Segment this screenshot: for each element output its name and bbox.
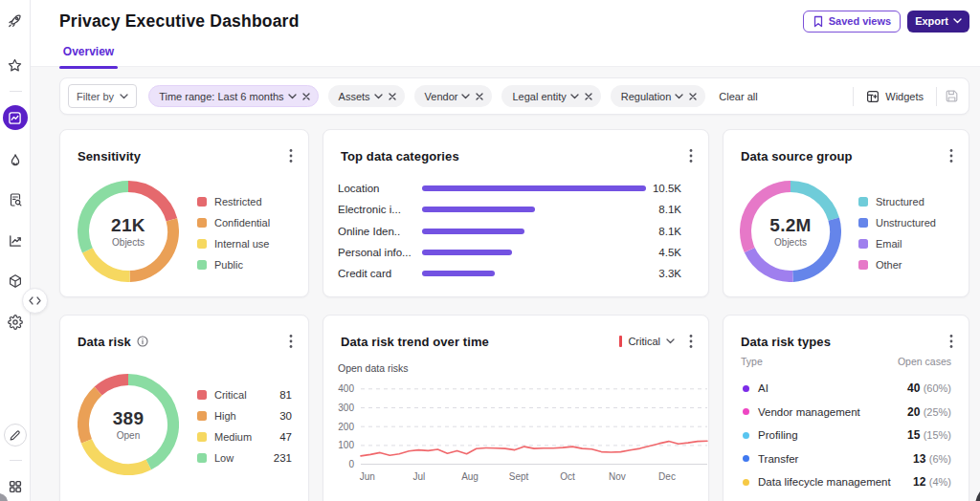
rocket-icon bbox=[7, 13, 23, 30]
legend-item-critical: Critical81 bbox=[197, 384, 247, 405]
chip-close-icon[interactable] bbox=[389, 93, 396, 100]
legend-swatch bbox=[197, 197, 207, 207]
risk-type-value: 15 (15%) bbox=[907, 428, 951, 442]
chevron-down-icon[interactable] bbox=[288, 94, 297, 99]
save-view-button[interactable] bbox=[945, 89, 959, 103]
table-row-vendor-management[interactable]: Vendor management20 (25%) bbox=[741, 402, 951, 423]
sidebar-item-activity-monitoring[interactable] bbox=[3, 148, 28, 173]
filter-chip-label: Time range: Last 6 months bbox=[159, 91, 283, 102]
legend-swatch bbox=[197, 453, 207, 463]
bar[interactable] bbox=[422, 207, 535, 212]
card-menu-button[interactable] bbox=[947, 146, 955, 165]
widgets-label: Widgets bbox=[885, 91, 924, 102]
card-menu-button[interactable] bbox=[947, 332, 955, 351]
legend-label: Email bbox=[876, 238, 902, 250]
risk-type-dot bbox=[743, 479, 749, 486]
card-title: Data risk bbox=[78, 335, 131, 349]
legend-item-restricted: Restricted bbox=[197, 191, 262, 212]
widgets-icon bbox=[866, 90, 880, 103]
chevron-down-icon[interactable] bbox=[461, 94, 470, 99]
bar-track bbox=[422, 207, 646, 212]
tab-overview[interactable]: Overview bbox=[59, 43, 118, 67]
legend-label: Internal use bbox=[214, 238, 269, 250]
bar-value: 10.5K bbox=[653, 183, 681, 194]
bar[interactable] bbox=[422, 229, 524, 234]
card-menu-button[interactable] bbox=[687, 332, 695, 351]
card-data-risk-trend: Data risk trend over time Critical Open … bbox=[323, 315, 709, 501]
data-source-group-donut-chart: 5.2M Objects bbox=[740, 181, 841, 282]
filter-chip-assets[interactable]: Assets bbox=[328, 85, 405, 107]
bar-track bbox=[422, 271, 646, 276]
donut-center-label: Objects bbox=[112, 237, 145, 248]
chevron-down-icon[interactable] bbox=[675, 94, 683, 99]
clear-all-button[interactable]: Clear all bbox=[719, 91, 757, 102]
filter-chip-regulation[interactable]: Regulation bbox=[611, 85, 706, 107]
x-tick-label-nov: Nov bbox=[609, 471, 626, 482]
saved-views-button[interactable]: Saved views bbox=[803, 11, 901, 33]
sidebar-item-favorites[interactable] bbox=[3, 53, 28, 77]
risk-type-value: 12 (4%) bbox=[913, 475, 951, 489]
sidebar-item-reports[interactable] bbox=[3, 229, 28, 253]
chip-close-icon[interactable] bbox=[585, 93, 592, 100]
risk-type-label: Data lifecycle management bbox=[758, 476, 891, 488]
legend-label: Medium bbox=[214, 431, 252, 443]
y-tick-label: 200 bbox=[338, 422, 354, 432]
column-open-cases: Open cases bbox=[898, 356, 951, 367]
bar-track bbox=[422, 229, 646, 234]
sidebar-item-edit[interactable] bbox=[4, 424, 27, 447]
risk-type-dot bbox=[743, 455, 749, 462]
chip-close-icon[interactable] bbox=[302, 93, 310, 100]
legend-label: Public bbox=[214, 259, 243, 271]
bar[interactable] bbox=[422, 271, 495, 276]
sidebar-item-data-explorer[interactable] bbox=[3, 187, 28, 212]
chip-close-icon[interactable] bbox=[689, 93, 697, 100]
x-tick-label-aug: Aug bbox=[461, 471, 479, 482]
table-row-profiling[interactable]: Profiling15 (15%) bbox=[741, 425, 951, 446]
card-menu-button[interactable] bbox=[287, 332, 295, 351]
chip-close-icon[interactable] bbox=[476, 93, 483, 100]
sidebar-item-getting-started[interactable] bbox=[3, 9, 28, 33]
info-icon[interactable] bbox=[137, 336, 148, 347]
table-row-ai[interactable]: AI40 (60%) bbox=[741, 378, 951, 399]
legend-item-email: Email bbox=[858, 233, 902, 254]
donut-center-value: 5.2M bbox=[769, 215, 811, 236]
donut-center-value: 389 bbox=[113, 408, 145, 429]
table-row-transfer[interactable]: Transfer13 (6%) bbox=[741, 448, 951, 469]
sidebar-item-dashboard[interactable] bbox=[3, 105, 28, 130]
cards-grid: Sensitivity 21K Objects RestrictedConfid… bbox=[59, 129, 969, 501]
series-color-mark bbox=[619, 336, 622, 347]
cursor-artifact-bottom-right bbox=[974, 491, 980, 501]
risk-type-dot bbox=[743, 408, 749, 415]
series-selector-dropdown[interactable]: Critical bbox=[619, 336, 675, 347]
card-menu-button[interactable] bbox=[287, 146, 295, 165]
chevron-down-icon[interactable] bbox=[374, 94, 383, 99]
risk-type-percent: (25%) bbox=[924, 406, 951, 418]
sidebar-item-settings[interactable] bbox=[3, 310, 28, 335]
sidebar-item-apps[interactable] bbox=[3, 269, 28, 294]
main-area: Privacy Executive Dashboard Saved views … bbox=[31, 0, 980, 501]
filter-by-dropdown[interactable]: Filter by bbox=[68, 84, 137, 108]
card-title: Data source group bbox=[741, 149, 853, 163]
widgets-button[interactable]: Widgets bbox=[866, 90, 924, 103]
filter-chip-time-range-last-6-months[interactable]: Time range: Last 6 months bbox=[148, 85, 318, 107]
x-tick-label-jul: Jul bbox=[412, 471, 425, 482]
legend-swatch bbox=[858, 239, 868, 249]
filter-bar: Filter by Time range: Last 6 monthsAsset… bbox=[59, 77, 969, 115]
filter-chip-legal-entity[interactable]: Legal entity bbox=[501, 85, 600, 107]
export-button[interactable]: Export bbox=[907, 11, 969, 33]
risk-type-dot bbox=[743, 385, 749, 392]
legend-swatch bbox=[858, 197, 868, 207]
bar[interactable] bbox=[422, 185, 646, 191]
sidebar-collapse-button[interactable] bbox=[22, 288, 48, 314]
chevron-down-icon[interactable] bbox=[570, 94, 579, 99]
card-data-source-group: Data source group 5.2M Objects Structure… bbox=[723, 129, 969, 297]
legend-item-low: Low231 bbox=[197, 447, 234, 468]
filter-chip-vendor[interactable]: Vendor bbox=[414, 85, 493, 107]
risk-type-percent: (6%) bbox=[929, 453, 951, 465]
bar[interactable] bbox=[422, 250, 512, 255]
donut-center-label: Objects bbox=[774, 237, 807, 248]
bar-track bbox=[422, 185, 646, 191]
card-title: Top data categories bbox=[341, 149, 459, 163]
card-menu-button[interactable] bbox=[687, 146, 695, 165]
table-row-data-lifecycle-management[interactable]: Data lifecycle management12 (4%) bbox=[741, 471, 951, 492]
